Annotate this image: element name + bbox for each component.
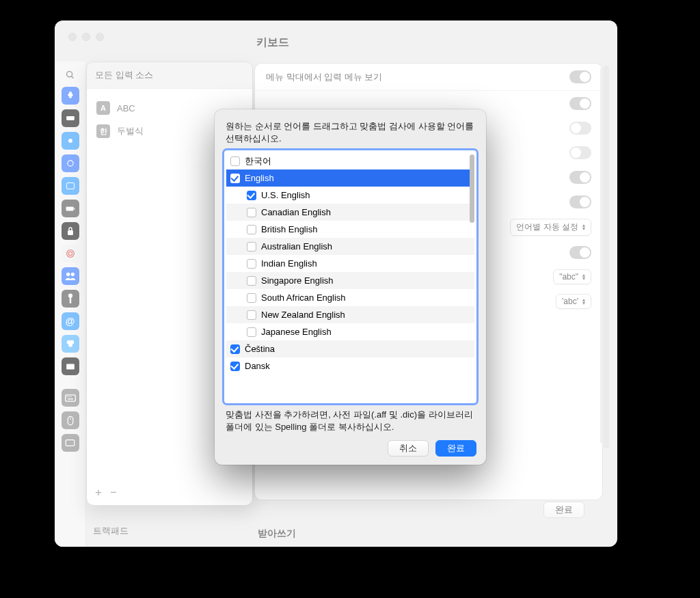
language-checkbox[interactable] [247,276,256,286]
language-label: South African English [261,293,346,303]
language-checkbox[interactable] [247,242,256,252]
dialog-instruction: 원하는 순서로 언어를 드래그하고 맞춤법 검사에 사용할 언어를 선택하십시오… [226,120,475,145]
maximize-icon[interactable] [96,33,104,41]
language-checkbox[interactable] [247,225,256,234]
double-quote-popup[interactable]: "abc" ▴▾ [553,269,591,284]
sidebar-item-users-icon[interactable] [62,267,79,285]
chevron-updown-icon: ▴▾ [582,298,585,305]
toggle-switch[interactable] [569,146,591,159]
sidebar-item-internet-icon[interactable]: @ [62,312,79,330]
language-row[interactable]: South African English [226,289,474,306]
language-row[interactable]: U.S. English [226,187,474,204]
sidebar-item-wallet-icon[interactable] [62,357,79,375]
sidebar-item-trackpad-label[interactable]: 트랙패드 [86,526,129,537]
svg-point-3 [68,139,72,143]
sidebar-item-touchid-icon[interactable] [62,245,79,262]
done-button[interactable]: 완료 [543,502,584,518]
input-sources-title: 모든 입력 소스 [87,62,252,89]
language-row[interactable]: 한국어 [226,152,474,169]
language-row[interactable]: New Zealand English [226,306,474,323]
sidebar-item-screensaver-icon[interactable] [62,177,79,195]
language-checkbox[interactable] [247,191,256,200]
search-icon[interactable] [61,67,80,82]
scrollbar[interactable] [604,66,609,448]
done-button[interactable]: 완료 [435,440,476,457]
svg-rect-13 [69,297,70,303]
language-checkbox[interactable] [247,259,256,269]
toggle-switch[interactable] [569,171,591,184]
sidebar-item-passwords-icon[interactable] [62,290,79,308]
sidebar-item-dock-icon[interactable] [62,109,79,127]
toggle-switch[interactable] [569,97,591,110]
language-checkbox[interactable] [247,310,256,320]
language-row[interactable]: Australian English [226,238,474,255]
svg-rect-20 [68,396,69,396]
scrollbar[interactable] [470,154,474,223]
language-row[interactable]: Dansk [226,357,474,375]
language-label: English [245,173,274,183]
language-row[interactable]: Indian English [226,255,474,272]
close-icon[interactable] [68,33,77,41]
language-row[interactable]: British English [226,221,474,238]
window-traffic-lights [68,33,104,41]
input-source-badge: 한 [96,124,110,138]
minimize-icon[interactable] [82,33,90,41]
toggle-switch[interactable] [569,246,591,259]
sidebar-item-lock-icon[interactable] [62,222,79,240]
sidebar-item-gamecenter-icon[interactable] [62,335,79,353]
svg-rect-5 [66,206,73,210]
svg-rect-19 [66,396,67,396]
language-label: Čeština [245,344,275,354]
chevron-updown-icon: ▴▾ [582,223,585,230]
language-row[interactable]: English [226,169,474,187]
language-row[interactable]: Japanese English [226,323,474,340]
input-source-badge: A [96,101,110,115]
language-checkbox[interactable] [230,157,240,166]
sidebar-item-trackpad-icon[interactable] [62,434,79,452]
svg-point-0 [67,71,72,77]
remove-input-source-button[interactable]: − [110,486,117,500]
svg-rect-17 [66,364,75,369]
category-sidebar: @ [55,62,86,547]
svg-rect-22 [68,398,73,399]
sidebar-item-wallpaper-icon[interactable] [62,154,79,172]
sidebar-item-display-icon[interactable] [62,132,79,150]
page-title: 키보드 [256,36,289,50]
sidebar-item-general-icon[interactable] [62,87,79,105]
language-row[interactable]: Canadian English [226,204,474,221]
spelling-language-popup[interactable]: 언어별 자동 설정 ▴▾ [510,219,591,236]
toggle-switch[interactable] [569,122,591,135]
toggle-switch[interactable] [569,195,591,208]
language-list[interactable]: 한국어EnglishU.S. EnglishCanadian EnglishBr… [224,150,476,403]
single-quote-popup[interactable]: 'abc' ▴▾ [556,294,591,309]
language-checkbox[interactable] [247,327,256,337]
language-row[interactable]: Čeština [226,340,474,357]
language-checkbox[interactable] [247,208,256,217]
language-label: Indian English [261,258,317,269]
sidebar-item-battery-icon[interactable] [62,200,79,217]
svg-rect-6 [74,208,75,209]
svg-rect-2 [66,116,75,120]
input-source-label: ABC [117,103,135,113]
language-label: Australian English [261,241,332,252]
language-checkbox[interactable] [230,174,240,183]
svg-line-1 [72,76,74,78]
language-row[interactable]: Singapore English [226,272,474,289]
language-label: Singapore English [261,275,334,286]
dialog-hint: 맞춤법 사전을 추가하려면, 사전 파일(.aff 및 .dic)을 라이브러리… [226,409,475,433]
setting-row: 메뉴 막대에서 입력 메뉴 보기 [255,64,602,91]
svg-point-10 [66,273,70,276]
toggle-switch[interactable] [569,70,591,83]
language-checkbox[interactable] [230,344,240,354]
cancel-button[interactable]: 취소 [388,440,429,457]
add-input-source-button[interactable]: + [95,486,102,500]
sidebar-item-keyboard-icon[interactable] [62,389,79,407]
language-checkbox[interactable] [247,293,256,303]
svg-point-12 [68,294,72,298]
language-checkbox[interactable] [230,362,240,371]
language-label: Japanese English [261,327,332,337]
svg-rect-7 [68,230,73,235]
chevron-updown-icon: ▴▾ [582,273,585,280]
sidebar-item-mouse-icon[interactable] [62,411,79,429]
language-label: Dansk [245,361,270,371]
